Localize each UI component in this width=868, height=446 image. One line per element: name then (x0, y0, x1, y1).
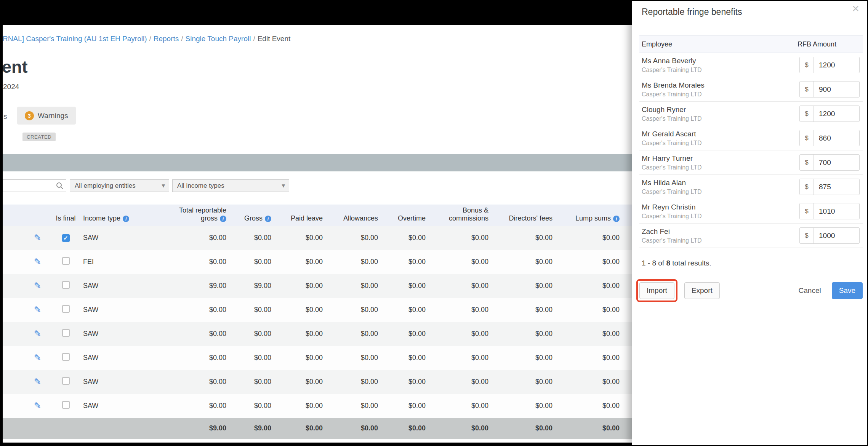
search-icon (56, 182, 64, 191)
amount-cell: $0.00 (325, 322, 380, 346)
rfb-amount-input[interactable] (814, 179, 859, 195)
rfb-amount-input[interactable] (814, 130, 859, 146)
edit-icon[interactable]: ✎ (34, 401, 41, 411)
amount-cell: $0.00 (229, 322, 274, 346)
status-badge: CREATED (22, 133, 56, 141)
amount-cell: $0.00 (491, 370, 555, 394)
screenshot-frame: RNAL] Casper's Training (AU 1st EH Payro… (0, 0, 868, 446)
edit-icon[interactable]: ✎ (34, 281, 41, 291)
amount-cell: $0.00 (428, 346, 491, 370)
rfb-amount-field: $ (799, 154, 860, 171)
total-cell: $0.00 (555, 418, 632, 439)
edit-icon[interactable]: ✎ (34, 353, 41, 363)
employee-company: Casper's Training LTD (642, 237, 798, 244)
tab-partial[interactable]: s (3, 112, 7, 121)
amount-cell: $0.00 (380, 370, 428, 394)
employing-entities-dropdown[interactable]: All employing entities ▾ (70, 179, 169, 192)
info-icon[interactable]: i (220, 216, 226, 222)
employee-row: Clough RynerCasper's Training LTD$ (639, 102, 863, 126)
employee-company: Casper's Training LTD (642, 67, 798, 74)
income-type-cell: SAW (80, 346, 135, 370)
is-final-checkbox[interactable] (62, 377, 70, 385)
edit-icon[interactable]: ✎ (34, 257, 41, 267)
employee-company: Casper's Training LTD (642, 91, 798, 98)
edit-icon[interactable]: ✎ (34, 377, 41, 387)
total-empty-cell (3, 418, 51, 439)
amount-cell: $0.00 (325, 274, 380, 298)
cancel-button[interactable]: Cancel (792, 282, 828, 299)
rfb-amount-input[interactable] (814, 82, 859, 97)
amount-cell: $0.00 (491, 298, 555, 322)
amount-cell: $0.00 (428, 226, 491, 250)
breadcrumb-separator: / (253, 35, 255, 43)
is-final-checkbox[interactable] (62, 353, 70, 361)
breadcrumb-item[interactable]: RNAL] Casper's Training (AU 1st EH Payro… (3, 35, 147, 43)
rfb-amount-input[interactable] (814, 228, 859, 243)
rfb-amount-field: $ (799, 130, 860, 146)
amount-cell: $0.00 (491, 226, 555, 250)
breadcrumb-item[interactable]: Single Touch Payroll (186, 35, 251, 43)
income-types-dropdown[interactable]: All income types ▾ (172, 179, 289, 192)
amount-cell: $0.00 (555, 322, 632, 346)
rfb-amount-input[interactable] (814, 203, 859, 219)
info-icon[interactable]: i (265, 216, 271, 222)
rfb-amount-input[interactable] (814, 57, 859, 73)
amount-cell: $0.00 (428, 322, 491, 346)
total-cell: $0.00 (325, 418, 380, 439)
rfb-table: Employee RFB Amount Ms Anna BeverlyCaspe… (639, 35, 863, 248)
amount-cell: $0.00 (380, 322, 428, 346)
employee-name: Mr Harry Turner (642, 154, 798, 163)
col-lump-sums: Lump sumsi (555, 205, 632, 226)
page-date: 2024 (3, 83, 19, 91)
is-final-checkbox[interactable] (62, 234, 70, 242)
is-final-checkbox[interactable] (62, 281, 70, 289)
amount-cell: $9.00 (229, 274, 274, 298)
employee-company: Casper's Training LTD (642, 115, 798, 122)
breadcrumb-item: Edit Event (258, 35, 291, 43)
is-final-checkbox[interactable] (62, 257, 70, 265)
employee-name: Ms Anna Beverly (642, 57, 798, 65)
edit-icon[interactable]: ✎ (34, 233, 41, 243)
info-icon[interactable]: i (123, 216, 129, 222)
total-empty-cell (80, 418, 135, 439)
is-final-checkbox[interactable] (62, 401, 70, 409)
export-button[interactable]: Export (684, 282, 720, 299)
results-summary: 1 - 8 of 8 total results. (642, 259, 711, 267)
stp-row: ✎SAW$0.00$0.00$0.00$0.00$0.00$0.00$0.00$… (3, 370, 632, 394)
amount-cell: $0.00 (274, 394, 325, 418)
employee-row: Ms Hilda AlanCasper's Training LTD$ (639, 175, 863, 199)
rfb-amount-field: $ (799, 203, 860, 219)
employee-row: Mr Gerald AscartCasper's Training LTD$ (639, 126, 863, 150)
totals-row: $9.00$9.00$0.00$0.00$0.00$0.00$0.00$0.00 (3, 418, 632, 439)
reportable-fringe-benefits-panel: Reportable fringe benefits × Employee RF… (632, 1, 867, 445)
amount-cell: $0.00 (428, 274, 491, 298)
employee-name: Clough Ryner (642, 106, 798, 114)
search-input[interactable] (4, 181, 55, 191)
page-title: ent (3, 57, 28, 77)
is-final-checkbox[interactable] (62, 305, 70, 313)
stp-row: ✎SAW$0.00$0.00$0.00$0.00$0.00$0.00$0.00$… (3, 226, 632, 250)
amount-cell: $0.00 (229, 250, 274, 274)
is-final-checkbox[interactable] (62, 329, 70, 337)
amount-cell: $0.00 (135, 370, 229, 394)
rfb-amount-input[interactable] (814, 106, 859, 121)
amount-cell: $0.00 (380, 298, 428, 322)
edit-icon[interactable]: ✎ (34, 329, 41, 339)
tab-warnings[interactable]: 3 Warnings (17, 107, 76, 125)
col-rfb-amount: RFB Amount (798, 40, 836, 48)
currency-prefix: $ (800, 57, 814, 73)
info-icon[interactable]: i (613, 216, 620, 222)
amount-cell: $0.00 (428, 298, 491, 322)
breadcrumb-item[interactable]: Reports (154, 35, 179, 43)
total-cell: $0.00 (428, 418, 491, 439)
import-button[interactable]: Import (639, 282, 674, 299)
close-icon[interactable]: × (852, 2, 859, 14)
section-band (3, 154, 632, 171)
total-empty-cell (51, 418, 80, 439)
chevron-down-icon: ▾ (282, 180, 285, 192)
currency-prefix: $ (800, 130, 814, 146)
edit-icon[interactable]: ✎ (34, 305, 41, 315)
save-button[interactable]: Save (832, 282, 863, 299)
rfb-amount-input[interactable] (814, 155, 859, 170)
col-bonus-commissions: Bonus &commissions (428, 205, 491, 226)
